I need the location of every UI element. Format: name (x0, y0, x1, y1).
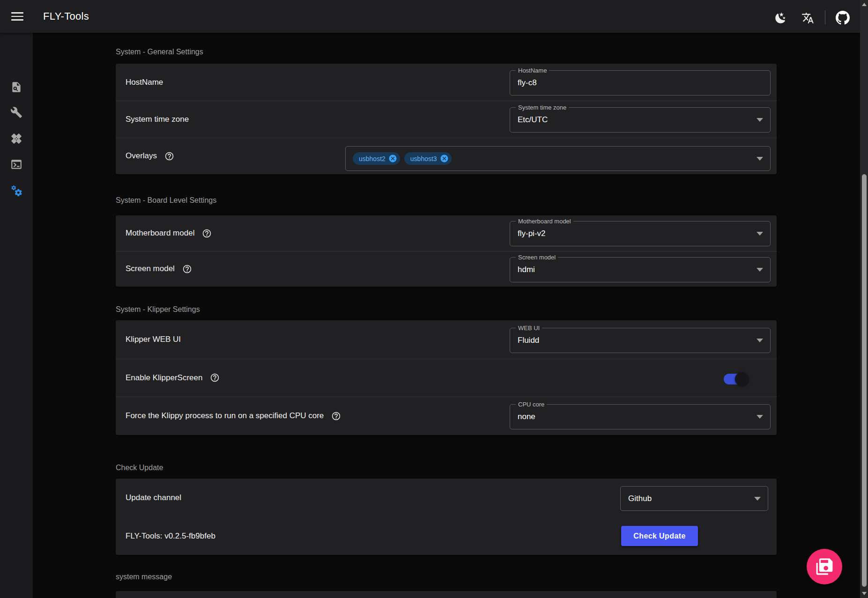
cpucore-field-label: CPU core (516, 400, 547, 408)
webui-field-label: WEB UI (516, 324, 542, 332)
file-find-icon (10, 81, 22, 93)
section-title-klipper: System - Klipper Settings (116, 305, 200, 314)
bandage-icon (10, 133, 22, 145)
wrench-icon (10, 106, 22, 118)
sidebar-item-settings[interactable] (10, 185, 22, 197)
card-general-settings: HostName System time zone Overlays HostN… (116, 64, 777, 174)
help-icon[interactable] (331, 411, 341, 421)
card-system-message (116, 591, 777, 598)
fly-tools-page: FLY-Tools System - General Settings (0, 0, 868, 598)
section-title-board: System - Board Level Settings (116, 196, 216, 205)
webui-select[interactable]: WEB UI Fluidd (510, 328, 771, 353)
chip-label: usbhost2 (359, 155, 386, 162)
card-check-update: Update channel FLY-Tools: v0.2.5-fb9bfeb… (116, 479, 777, 555)
chevron-down-icon (757, 118, 763, 122)
hostname-label: HostName (126, 78, 163, 87)
cpucore-value: none (518, 412, 535, 421)
timezone-label: System time zone (126, 115, 189, 124)
cpucore-label: Force the Klippy process to run on a spe… (126, 411, 324, 421)
section-title-update: Check Update (116, 464, 163, 472)
check-update-button[interactable]: Check Update (621, 526, 698, 546)
motherboard-value: fly-pi-v2 (518, 229, 546, 238)
dark-mode-icon[interactable] (774, 12, 787, 24)
card-klipper-settings: Klipper WEB UI Enable KlipperScreen Forc… (116, 320, 777, 435)
klipperscreen-toggle[interactable] (724, 372, 753, 386)
timezone-field-label: System time zone (516, 103, 569, 111)
hostname-input[interactable]: HostName fly-c8 (510, 70, 771, 96)
appbar-divider (825, 10, 825, 24)
hostname-value: fly-c8 (518, 78, 537, 88)
update-channel-label: Update channel (126, 493, 181, 502)
chevron-down-icon (757, 415, 763, 419)
scrollbar-thumb[interactable] (862, 174, 867, 587)
overlays-label: Overlays (126, 151, 157, 161)
overlay-chip[interactable]: usbhost3 (404, 152, 452, 165)
chevron-down-icon (757, 157, 763, 161)
app-bar: FLY-Tools (0, 0, 868, 33)
help-icon[interactable] (202, 229, 212, 238)
klipperscreen-label: Enable KlipperScreen (126, 373, 202, 383)
toggle-thumb (735, 372, 749, 386)
sidebar-item-tools[interactable] (10, 106, 22, 118)
cogs-icon (10, 185, 22, 197)
row-klipperscreen: Enable KlipperScreen (116, 359, 777, 397)
chevron-down-icon (754, 497, 761, 501)
scrollbar[interactable] (860, 0, 868, 598)
chip-label: usbhost3 (410, 155, 437, 162)
screen-field-label: Screen model (516, 253, 558, 261)
screen-value: hdmi (518, 265, 535, 274)
save-all-icon (816, 558, 833, 576)
scroll-down-arrow-icon[interactable] (862, 592, 867, 595)
chip-close-icon[interactable] (388, 154, 397, 163)
translate-icon[interactable] (801, 12, 814, 24)
menu-icon[interactable] (11, 10, 23, 22)
sidebar-item-file-find[interactable] (10, 81, 22, 93)
sidebar-nav (0, 33, 33, 598)
sidebar-item-patch[interactable] (10, 133, 22, 145)
scroll-up-arrow-icon[interactable] (862, 3, 867, 6)
section-title-general: System - General Settings (116, 48, 203, 56)
motherboard-select[interactable]: Motherboard model fly-pi-v2 (510, 221, 771, 246)
sidebar-item-console[interactable] (10, 158, 22, 170)
chip-close-icon[interactable] (440, 154, 449, 163)
chevron-down-icon (757, 232, 763, 236)
screen-select[interactable]: Screen model hdmi (510, 257, 771, 282)
screen-label: Screen model (126, 264, 175, 273)
motherboard-field-label: Motherboard model (516, 217, 573, 225)
help-icon[interactable] (182, 264, 192, 274)
update-channel-value: Github (628, 494, 652, 503)
timezone-value: Etc/UTC (518, 115, 548, 125)
motherboard-label: Motherboard model (126, 229, 194, 238)
help-icon[interactable] (164, 151, 174, 161)
webui-value: Fluidd (518, 336, 539, 345)
overlay-chip-group: usbhost2 usbhost3 (353, 147, 452, 170)
cpucore-select[interactable]: CPU core none (510, 404, 771, 429)
chevron-down-icon (757, 339, 763, 342)
overlays-select[interactable]: usbhost2 usbhost3 (345, 146, 771, 171)
card-board-settings: Motherboard model Screen model Motherboa… (116, 215, 777, 287)
webui-label: Klipper WEB UI (126, 335, 181, 344)
section-title-message: system message (116, 573, 172, 581)
version-text: FLY-Tools: v0.2.5-fb9bfeb (126, 532, 215, 541)
overlay-chip[interactable]: usbhost2 (353, 152, 400, 165)
console-icon (10, 158, 22, 170)
timezone-select[interactable]: System time zone Etc/UTC (510, 107, 771, 133)
save-all-fab[interactable] (807, 549, 842, 584)
github-icon[interactable] (836, 11, 850, 25)
app-title: FLY-Tools (43, 0, 89, 33)
chevron-down-icon (757, 268, 763, 272)
help-icon[interactable] (210, 373, 220, 383)
update-channel-select[interactable]: Github (620, 486, 768, 511)
hostname-field-label: HostName (516, 66, 549, 74)
